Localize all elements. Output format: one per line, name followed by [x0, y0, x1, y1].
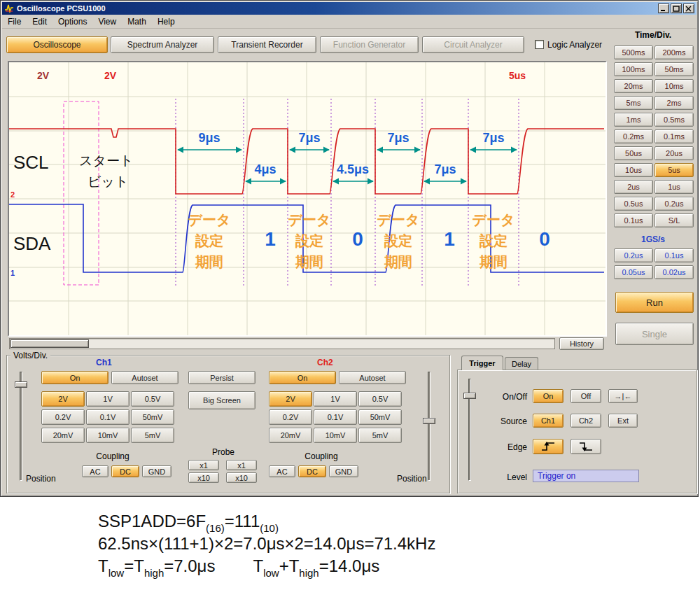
timediv-2us[interactable]: 2us — [614, 180, 653, 194]
ch2-volts-2v[interactable]: 2V — [269, 391, 312, 407]
ch1-probe-x1[interactable]: x1 — [188, 460, 219, 470]
timediv-100ms[interactable]: 100ms — [614, 62, 653, 76]
timediv-0.5ms[interactable]: 0.5ms — [654, 113, 694, 127]
tab-spectrum-analyzer[interactable]: Spectrum Analyzer — [111, 36, 214, 53]
ch1-volts-label: 2V — [37, 70, 50, 81]
ch1-volts-0.5v[interactable]: 0.5V — [131, 391, 174, 407]
maximize-button[interactable] — [671, 3, 682, 13]
trigger-center-button[interactable]: →|← — [608, 389, 638, 403]
tab-transient-recorder[interactable]: Transient Recorder — [218, 36, 316, 53]
timediv-0.2us[interactable]: 0.2us — [654, 197, 694, 211]
timediv-200ms[interactable]: 200ms — [654, 45, 694, 59]
timediv-0.2ms[interactable]: 0.2ms — [614, 129, 653, 143]
ch1-probe-x10[interactable]: x10 — [188, 472, 219, 483]
ch1-autoset-button[interactable]: Autoset — [111, 371, 178, 384]
menu-help[interactable]: Help — [152, 15, 181, 28]
timediv-50ms[interactable]: 50ms — [654, 62, 694, 76]
ch2-position-slider-track[interactable] — [428, 372, 430, 481]
ch2-volts-10mv[interactable]: 10mV — [314, 428, 357, 443]
scope-scrollbar[interactable] — [9, 338, 555, 349]
screen: Oscilloscope PCSU1000 File Edit Options … — [0, 0, 700, 604]
scope-scrollbar-thumb[interactable] — [10, 339, 89, 348]
ch1-coupling-ac[interactable]: AC — [82, 465, 108, 477]
ch1-position-slider-track[interactable] — [20, 372, 22, 481]
bit-value-3: 1 — [444, 228, 455, 250]
ch2-volts-0.2v[interactable]: 0.2V — [269, 409, 312, 425]
setup-label-2c: 期間 — [295, 254, 323, 269]
ch1-volts-50mv[interactable]: 50mV — [131, 409, 174, 425]
menu-edit[interactable]: Edit — [27, 15, 52, 28]
menu-options[interactable]: Options — [52, 15, 92, 28]
big-screen-button[interactable]: Big Screen — [188, 391, 255, 409]
ch2-volts-50mv[interactable]: 50mV — [358, 409, 402, 425]
fast-0.1us[interactable]: 0.1us — [654, 248, 694, 262]
timediv-20us[interactable]: 20us — [654, 146, 694, 160]
falling-edge-button[interactable] — [570, 439, 601, 454]
formula-line-3: Tlow=Thigh=7.0μsTlow+Thigh=14.0μs — [98, 556, 379, 576]
menu-view[interactable]: View — [92, 15, 122, 28]
run-button[interactable]: Run — [615, 292, 694, 313]
ch1-volts-20mv[interactable]: 20mV — [41, 428, 85, 443]
timediv-10us[interactable]: 10us — [614, 163, 653, 177]
ch2-autoset-button[interactable]: Autoset — [339, 371, 406, 384]
timediv-10ms[interactable]: 10ms — [654, 79, 694, 93]
setup-label-3a: データ — [377, 212, 420, 227]
fast-0.05us[interactable]: 0.05us — [614, 265, 653, 279]
ch1-volts-0.2v[interactable]: 0.2V — [41, 409, 85, 425]
ch1-position-slider-thumb[interactable] — [15, 381, 27, 388]
ch1-coupling-dc[interactable]: DC — [111, 465, 139, 477]
ch2-volts-0.5v[interactable]: 0.5V — [358, 391, 402, 407]
trigger-source-ch2[interactable]: Ch2 — [570, 414, 601, 428]
timediv-1us[interactable]: 1us — [654, 180, 694, 194]
fast-0.02us[interactable]: 0.02us — [654, 265, 694, 279]
logic-analyzer-checkbox[interactable] — [535, 40, 544, 49]
ch2-volts-5mv[interactable]: 5mV — [358, 428, 402, 443]
ch2-probe-x10[interactable]: x10 — [226, 472, 257, 483]
ch1-volts-2v[interactable]: 2V — [41, 391, 85, 407]
ch2-position-slider-thumb[interactable] — [423, 418, 435, 424]
trigger-tab[interactable]: Trigger — [461, 356, 503, 370]
ch2-coupling-gnd[interactable]: GND — [329, 465, 358, 477]
close-button[interactable] — [683, 3, 694, 13]
ch2-volts-0.1v[interactable]: 0.1V — [314, 409, 357, 425]
formula-line-1: SSP1ADD=6F(16)=111(10) — [98, 512, 279, 531]
trigger-source-ext[interactable]: Ext — [608, 414, 638, 428]
timediv-20ms[interactable]: 20ms — [614, 79, 653, 93]
ch1-coupling-gnd[interactable]: GND — [142, 465, 172, 477]
timediv-0.1ms[interactable]: 0.1ms — [654, 129, 694, 143]
ch2-coupling-dc[interactable]: DC — [298, 465, 326, 477]
history-button[interactable]: History — [559, 337, 604, 350]
menu-file[interactable]: File — [2, 15, 27, 28]
timediv-1ms[interactable]: 1ms — [614, 113, 653, 127]
trigger-level-slider-thumb[interactable] — [463, 393, 476, 399]
ch1-volts-1v[interactable]: 1V — [86, 391, 130, 407]
timediv-50us[interactable]: 50us — [614, 146, 653, 160]
delay-tab[interactable]: Delay — [505, 357, 538, 370]
ch2-coupling-ac[interactable]: AC — [269, 465, 295, 477]
trigger-off-button[interactable]: Off — [570, 389, 601, 403]
timediv-500ms[interactable]: 500ms — [614, 45, 653, 59]
timediv-5us-selected[interactable]: 5us — [654, 163, 694, 177]
ch2-volts-1v[interactable]: 1V — [314, 391, 357, 407]
ch1-volts-10mv[interactable]: 10mV — [86, 428, 130, 443]
ch1-volts-0.1v[interactable]: 0.1V — [86, 409, 130, 425]
minimize-button[interactable] — [658, 3, 669, 13]
ch2-probe-x1[interactable]: x1 — [226, 460, 257, 470]
ch2-volts-20mv[interactable]: 20mV — [269, 428, 312, 443]
trigger-source-ch1[interactable]: Ch1 — [533, 414, 564, 428]
timediv-0.5us[interactable]: 0.5us — [614, 197, 653, 211]
ch2-on-button[interactable]: On — [269, 371, 336, 384]
setup-label-1a: データ — [188, 212, 231, 227]
menu-math[interactable]: Math — [122, 15, 152, 28]
persist-button[interactable]: Persist — [188, 371, 255, 384]
ch1-volts-5mv[interactable]: 5mV — [131, 428, 174, 443]
trigger-on-button[interactable]: On — [533, 389, 564, 403]
timediv-2ms[interactable]: 2ms — [654, 96, 694, 110]
fast-0.2us[interactable]: 0.2us — [614, 248, 653, 262]
timediv-0.1us[interactable]: 0.1us — [614, 213, 653, 227]
rising-edge-button[interactable] — [533, 439, 564, 454]
timediv-title: Time/Div. — [611, 30, 695, 40]
ch1-on-button[interactable]: On — [41, 371, 108, 384]
tab-oscilloscope[interactable]: Oscilloscope — [6, 36, 108, 53]
timediv-5ms[interactable]: 5ms — [614, 96, 653, 110]
